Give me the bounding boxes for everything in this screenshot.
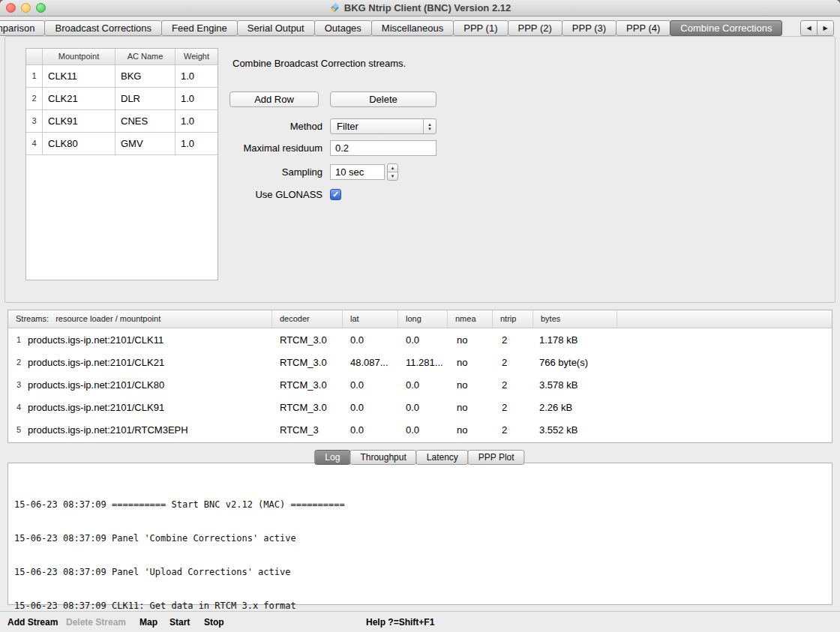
row-number: 4 [26, 133, 43, 154]
method-dropdown[interactable]: Filter ▲ ▼ [330, 118, 436, 134]
cell-nmea: no [448, 402, 493, 413]
cell-bytes: 2.26 kB [533, 402, 617, 413]
maximal-residuum-label: Maximal residuum [172, 140, 322, 156]
cell-mountpoint[interactable]: CLK11 [43, 65, 116, 87]
cell-stream-mountpoint: products.igs-ip.net:2101/RTCM3EPH [26, 424, 272, 436]
column-header-weight[interactable]: Weight [176, 49, 218, 64]
streams-table: Streams: resource loader / mountpoint de… [8, 310, 832, 443]
column-header-ntrip[interactable]: ntrip [493, 310, 533, 328]
method-selected-value: Filter [331, 119, 423, 133]
tab-latency[interactable]: Latency [416, 450, 469, 465]
title-bar: BKG Ntrip Client (BNC) Version 2.12 [0, 0, 840, 16]
sampling-input[interactable] [330, 164, 385, 180]
maximal-residuum-input[interactable] [330, 140, 436, 156]
cell-decoder: RTCM_3.0 [272, 379, 343, 391]
cell-weight[interactable]: 1.0 [176, 88, 218, 109]
table-corner [26, 49, 43, 64]
delete-button[interactable]: Delete [330, 91, 436, 107]
cell-bytes: 766 byte(s) [533, 357, 617, 368]
stream-row[interactable]: 1 products.igs-ip.net:2101/CLK11 RTCM_3.… [8, 328, 832, 351]
sampling-decrement-button[interactable]: ▼ [387, 172, 398, 181]
tab-ppp-2[interactable]: PPP (2) [508, 20, 562, 36]
cell-lat: 0.0 [343, 402, 398, 413]
cell-ntrip: 2 [493, 334, 533, 346]
help-shortcut-hint: Help ?=Shift+F1 [366, 617, 434, 628]
tab-scroll-buttons: ◀ ▶ [801, 20, 834, 36]
cell-decoder: RTCM_3.0 [272, 402, 343, 413]
cell-ac-name[interactable]: DLR [116, 88, 176, 109]
tab-ppp-4[interactable]: PPP (4) [616, 20, 670, 36]
tab-ppp-3[interactable]: PPP (3) [562, 20, 616, 36]
cell-long: 11.281... [398, 357, 448, 368]
stream-row[interactable]: 4 products.igs-ip.net:2101/CLK91 RTCM_3.… [8, 396, 832, 418]
tab-serial-output[interactable]: Serial Output [237, 20, 315, 36]
stream-row[interactable]: 3 products.igs-ip.net:2101/CLK80 RTCM_3.… [8, 373, 832, 396]
cell-bytes: 3.578 kB [533, 379, 617, 391]
tab-combine-corrections[interactable]: Combine Corrections [670, 20, 782, 36]
row-number: 1 [8, 335, 26, 344]
log-line: 15-06-23 08:37:09 CLK11: Get data in RTC… [14, 601, 826, 612]
close-window-button[interactable] [6, 3, 16, 13]
tab-log[interactable]: Log [314, 450, 350, 465]
minimize-window-button[interactable] [21, 3, 31, 13]
cell-ntrip: 2 [493, 379, 533, 391]
tab-scroll-right-button[interactable]: ▶ [817, 20, 834, 36]
column-header-lat[interactable]: lat [343, 310, 398, 328]
tab-outages[interactable]: Outages [314, 20, 372, 36]
check-icon: ✓ [332, 190, 339, 199]
cell-weight[interactable]: 1.0 [176, 65, 218, 87]
column-header-bytes[interactable]: bytes [533, 310, 617, 328]
tab-miscellaneous[interactable]: Miscellaneous [371, 20, 454, 36]
row-number: 2 [8, 358, 26, 367]
cell-nmea: no [448, 379, 493, 391]
column-header-nmea[interactable]: nmea [448, 310, 493, 328]
cell-stream-mountpoint: products.igs-ip.net:2101/CLK11 [26, 334, 272, 346]
tab-scroll-left-button[interactable]: ◀ [800, 20, 818, 36]
delete-stream-action[interactable]: Delete Stream [66, 617, 126, 628]
column-header-mountpoint[interactable]: Mountpoint [43, 49, 116, 64]
cell-lat: 0.0 [343, 424, 398, 436]
column-header-ac-name[interactable]: AC Name [116, 49, 176, 64]
map-action[interactable]: Map [140, 617, 158, 628]
stream-row[interactable]: 5 products.igs-ip.net:2101/RTCM3EPH RTCM… [8, 418, 832, 441]
cell-mountpoint[interactable]: CLK91 [43, 110, 116, 132]
column-header-decoder[interactable]: decoder [272, 310, 343, 328]
log-tab-bar: Log Throughput Latency PPP Plot [315, 450, 524, 465]
tab-feed-engine[interactable]: Feed Engine [161, 20, 238, 36]
cell-ntrip: 2 [493, 424, 533, 436]
tab-ppp-plot[interactable]: PPP Plot [468, 450, 525, 465]
cell-long: 0.0 [398, 402, 448, 413]
zoom-window-button[interactable] [36, 3, 46, 13]
cell-ac-name[interactable]: BKG [116, 65, 176, 87]
scroll-left-icon: ◀ [806, 25, 811, 31]
column-header-streams-mountpoint[interactable]: Streams: resource loader / mountpoint [8, 310, 272, 328]
add-row-button[interactable]: Add Row [230, 91, 319, 107]
panel-description: Combine Broadcast Correction streams. [232, 58, 406, 69]
column-header-long[interactable]: long [398, 310, 448, 328]
window-title: BKG Ntrip Client (BNC) Version 2.12 [329, 2, 511, 13]
row-number: 3 [26, 110, 43, 132]
cell-ac-name[interactable]: GMV [116, 133, 176, 154]
cell-ac-name[interactable]: CNES [116, 110, 176, 132]
log-output: 15-06-23 08:37:09 ========== Start BNC v… [8, 463, 832, 632]
tab-comparison-clipped[interactable]: mparison [0, 20, 45, 36]
cell-mountpoint[interactable]: CLK21 [43, 88, 116, 109]
start-action[interactable]: Start [170, 617, 190, 628]
tab-broadcast-corrections[interactable]: Broadcast Corrections [44, 20, 162, 36]
tab-ppp-1[interactable]: PPP (1) [453, 20, 508, 36]
use-glonass-checkbox[interactable]: ✓ [330, 189, 341, 200]
row-number: 4 [8, 403, 26, 412]
cell-bytes: 3.552 kB [533, 424, 617, 436]
tab-throughput[interactable]: Throughput [350, 450, 416, 465]
stop-action[interactable]: Stop [204, 617, 224, 628]
arrow-up-icon: ▲ [391, 166, 395, 170]
cell-mountpoint[interactable]: CLK80 [43, 133, 116, 154]
cell-bytes: 1.178 kB [533, 334, 617, 346]
stream-row[interactable]: 2 products.igs-ip.net:2101/CLK21 RTCM_3.… [8, 351, 832, 373]
table-row[interactable]: 2 CLK21 DLR 1.0 [26, 88, 218, 110]
cell-lat: 0.0 [343, 379, 398, 391]
cell-decoder: RTCM_3 [272, 424, 343, 436]
cell-nmea: no [448, 334, 493, 346]
table-row[interactable]: 1 CLK11 BKG 1.0 [26, 65, 218, 88]
add-stream-action[interactable]: Add Stream [8, 617, 58, 628]
